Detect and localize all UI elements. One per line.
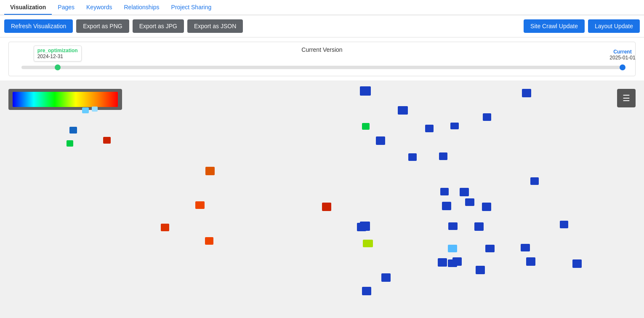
scatter-dot[interactable] [363, 240, 373, 247]
timeline-track[interactable]: pre_optimization 2024-12-31 Current 2025… [21, 66, 623, 69]
refresh-visualization-button[interactable]: Refresh Visualization [4, 19, 73, 33]
scatter-dot[interactable] [530, 177, 539, 185]
scatter-dot[interactable] [408, 153, 417, 161]
scatter-dot[interactable] [92, 107, 98, 112]
timeline-title: Current Version [17, 46, 627, 53]
scatter-dot[interactable] [362, 287, 371, 295]
export-png-button[interactable]: Export as PNG [76, 19, 129, 33]
scatter-dot[interactable] [439, 152, 447, 160]
scatter-dot[interactable] [460, 188, 469, 196]
scatter-dot[interactable] [357, 223, 366, 231]
timeline-dot-left[interactable] [55, 64, 61, 70]
toolbar: Refresh Visualization Export as PNG Expo… [0, 15, 644, 37]
layout-update-button[interactable]: Layout Update [588, 19, 640, 33]
scatter-dot[interactable] [560, 221, 568, 228]
timeline-dot-right[interactable] [620, 64, 625, 70]
tab-project-sharing[interactable]: Project Sharing [165, 0, 218, 15]
scatter-dot[interactable] [322, 203, 331, 211]
scatter-dot[interactable] [476, 266, 485, 274]
scatter-dot[interactable] [482, 203, 491, 211]
scatter-dot[interactable] [205, 167, 215, 175]
scatter-dot[interactable] [82, 107, 89, 113]
scatter-dot[interactable] [438, 258, 447, 267]
scatter-dot[interactable] [452, 257, 462, 266]
export-jpg-button[interactable]: Export as JPG [133, 19, 184, 33]
toolbar-right-actions: Site Crawl Update Layout Update [524, 19, 640, 33]
color-gradient-bar [13, 92, 118, 107]
scatter-dot[interactable] [376, 136, 385, 145]
viz-area[interactable]: ☰ [0, 80, 644, 318]
current-label: Current [609, 49, 635, 55]
scatter-dot[interactable] [67, 140, 73, 147]
page-container: Visualization Pages Keywords Relationshi… [0, 0, 644, 318]
scatter-dot[interactable] [483, 113, 491, 121]
version-date: 2024-12-31 [37, 53, 78, 59]
scatter-dot[interactable] [440, 188, 449, 195]
scatter-dot[interactable] [450, 123, 459, 129]
scatter-dot[interactable] [442, 202, 451, 210]
current-date: 2025-01-01 [609, 55, 635, 61]
scatter-dot[interactable] [205, 237, 213, 245]
tab-pages[interactable]: Pages [52, 0, 80, 15]
scatter-dot[interactable] [425, 125, 434, 132]
scatter-dot[interactable] [103, 137, 111, 144]
scatter-dot[interactable] [448, 245, 457, 252]
color-legend [8, 89, 122, 110]
scatter-dot[interactable] [195, 201, 205, 209]
scatter-dot[interactable] [521, 244, 530, 251]
tab-keywords[interactable]: Keywords [80, 0, 118, 15]
scatter-dot[interactable] [398, 106, 408, 115]
scatter-dot[interactable] [572, 259, 582, 268]
tab-relationships[interactable]: Relationships [118, 0, 165, 15]
scatter-dot[interactable] [360, 86, 371, 96]
export-json-button[interactable]: Export as JSON [187, 19, 243, 33]
scatter-dot[interactable] [526, 257, 535, 266]
scatter-dot[interactable] [69, 127, 77, 134]
scatter-dot[interactable] [161, 224, 169, 231]
version-name: pre_optimization [37, 48, 78, 53]
scatter-dot[interactable] [474, 222, 484, 231]
scatter-dot[interactable] [485, 245, 495, 252]
tabs-bar: Visualization Pages Keywords Relationshi… [0, 0, 644, 15]
scatter-dot[interactable] [448, 222, 458, 230]
timeline-version-label: pre_optimization 2024-12-31 [34, 45, 82, 61]
site-crawl-update-button[interactable]: Site Crawl Update [524, 19, 585, 33]
menu-button[interactable]: ☰ [617, 89, 636, 107]
timeline-section: Current Version pre_optimization 2024-12… [8, 42, 636, 76]
scatter-dot[interactable] [362, 123, 370, 130]
scatter-dot[interactable] [465, 198, 474, 206]
scatter-dot[interactable] [522, 89, 531, 97]
timeline-current-label: Current 2025-01-01 [609, 49, 635, 61]
scatter-dot[interactable] [381, 273, 391, 282]
visualization-canvas[interactable]: ☰ [0, 80, 644, 318]
tab-visualization[interactable]: Visualization [4, 0, 52, 15]
